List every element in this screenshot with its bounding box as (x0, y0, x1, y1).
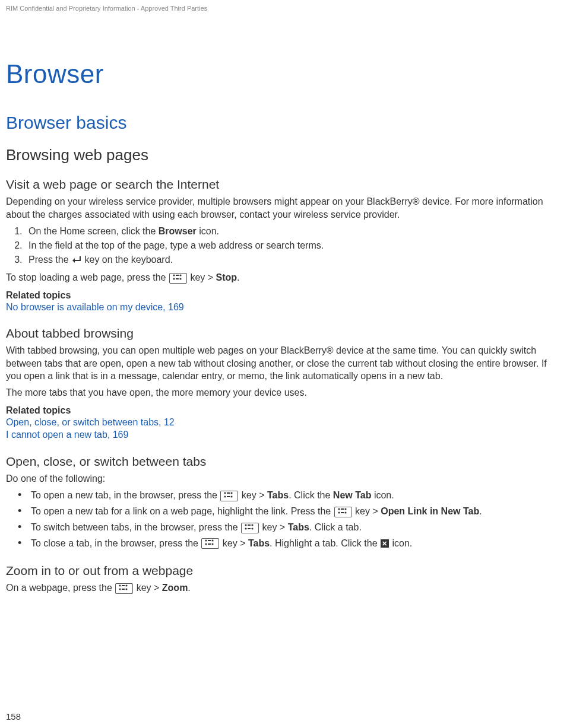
svg-rect-27 (208, 543, 211, 545)
section-browser-basics: Browser basics (6, 113, 564, 133)
svg-point-25 (205, 543, 207, 545)
svg-rect-26 (208, 540, 211, 541)
svg-rect-33 (122, 589, 125, 590)
menu-key-icon (334, 507, 352, 517)
topic-about-tabbed-browsing: About tabbed browsing (6, 326, 564, 341)
confidential-header: RIM Confidential and Proprietary Informa… (6, 5, 564, 12)
related-topics-heading: Related topics (6, 290, 564, 301)
svg-point-24 (205, 540, 207, 542)
svg-point-16 (344, 508, 346, 510)
svg-point-12 (338, 508, 340, 510)
svg-rect-15 (341, 512, 344, 513)
svg-point-1 (173, 278, 175, 279)
close-icon: ✕ (381, 539, 389, 548)
menu-key-icon (169, 273, 187, 284)
bullet-open-new-tab: To open a new tab, in the browser, press… (24, 488, 564, 503)
svg-rect-2 (176, 275, 179, 276)
svg-point-7 (224, 495, 226, 497)
svg-point-31 (119, 589, 121, 590)
svg-point-34 (126, 585, 128, 587)
svg-point-23 (251, 527, 253, 529)
svg-rect-3 (176, 278, 179, 279)
link-cannot-open-new-tab[interactable]: I cannot open a new tab, 169 (6, 428, 564, 441)
svg-point-19 (245, 527, 246, 529)
page-title: Browser (6, 59, 564, 89)
page-number: 158 (6, 711, 21, 721)
svg-point-4 (179, 274, 181, 276)
visit-step-1: On the Home screen, click the Browser ic… (25, 224, 564, 239)
svg-point-30 (119, 585, 121, 587)
related-topics-heading: Related topics (6, 405, 564, 416)
enter-key-icon (72, 253, 81, 268)
svg-point-5 (179, 278, 181, 279)
subsection-browsing-web-pages: Browsing web pages (6, 146, 564, 164)
menu-key-icon (220, 491, 238, 501)
zoom-body: On a webpage, press the key > Zoom. (6, 581, 564, 595)
svg-point-18 (245, 524, 246, 526)
tabbed-p2: The more tabs that you have open, the mo… (6, 386, 564, 399)
bullet-close-tab: To close a tab, in the browser, press th… (24, 536, 564, 551)
svg-point-29 (212, 543, 214, 545)
svg-point-22 (251, 524, 253, 526)
visit-stop-hint: To stop loading a web page, press the ke… (6, 271, 564, 284)
link-open-close-switch-tabs[interactable]: Open, close, or switch between tabs, 12 (6, 416, 564, 429)
svg-point-13 (338, 511, 340, 513)
menu-key-icon (115, 583, 133, 594)
topic-zoom: Zoom in to or out from a webpage (6, 564, 564, 578)
svg-rect-32 (122, 585, 125, 586)
svg-point-35 (126, 589, 128, 590)
svg-rect-14 (341, 508, 344, 510)
visit-steps: On the Home screen, click the Browser ic… (6, 224, 564, 268)
svg-point-6 (224, 492, 226, 494)
svg-point-11 (231, 495, 233, 497)
bullet-open-link-new-tab: To open a new tab for a link on a web pa… (24, 504, 564, 519)
svg-rect-20 (248, 524, 251, 526)
svg-point-28 (212, 540, 214, 542)
visit-step-2: In the field at the top of the page, typ… (25, 239, 564, 253)
bullet-switch-tabs: To switch between tabs, in the browser, … (24, 520, 564, 535)
menu-key-icon (241, 523, 259, 533)
svg-rect-8 (227, 492, 230, 494)
visit-intro: Depending on your wireless service provi… (6, 195, 564, 221)
menu-key-icon (201, 538, 219, 549)
tabbed-p1: With tabbed browsing, you can open multi… (6, 344, 564, 383)
svg-point-0 (173, 274, 175, 276)
svg-point-17 (344, 511, 346, 513)
openclose-intro: Do one of the following: (6, 472, 564, 485)
topic-visit-web-page: Visit a web page or search the Internet (6, 177, 564, 192)
visit-step-3: Press the key on the keyboard. (25, 253, 564, 268)
link-no-browser-available[interactable]: No browser is available on my device, 16… (6, 301, 564, 314)
topic-open-close-switch-tabs: Open, close, or switch between tabs (6, 454, 564, 469)
svg-point-10 (231, 492, 233, 494)
svg-rect-9 (227, 496, 230, 497)
openclose-bullets: To open a new tab, in the browser, press… (6, 488, 564, 551)
svg-rect-21 (248, 528, 251, 529)
